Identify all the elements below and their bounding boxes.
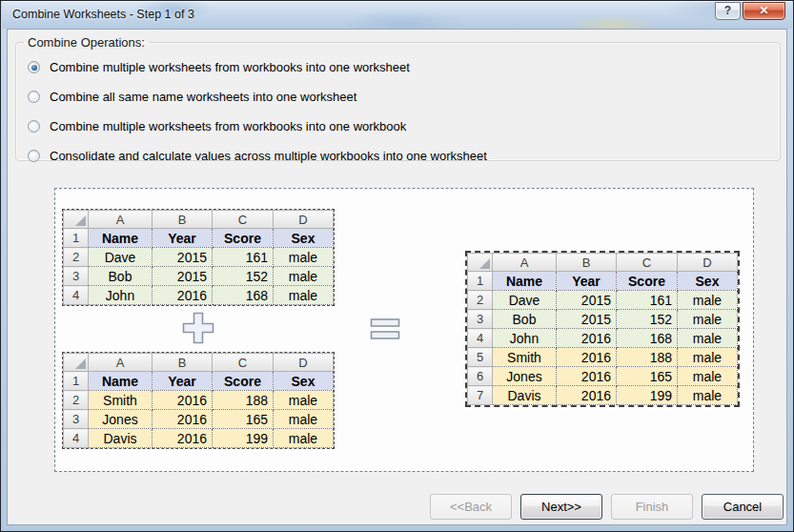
grid-corner-cell [64, 211, 89, 229]
data-cell: 2016 [557, 329, 617, 348]
cancel-button[interactable]: Cancel [702, 494, 784, 520]
data-cell: John [89, 286, 153, 305]
combine-operations-group: Combine Operations: Combine multiple wor… [15, 35, 781, 161]
row-header-cell: 5 [468, 348, 493, 367]
header-cell: Score [213, 372, 274, 391]
data-cell: 165 [617, 367, 678, 386]
dialog-button-row: <<BackNext>>FinishCancel [8, 494, 786, 522]
radio-option-4[interactable]: Consolidate and calculate values across … [28, 142, 780, 170]
data-cell: male [678, 386, 738, 405]
data-cell: 161 [617, 291, 678, 310]
data-cell: Davis [89, 429, 153, 448]
row-header-cell: 2 [468, 291, 493, 310]
window-title: Combine Worksheets - Step 1 of 3 [12, 1, 194, 29]
data-cell: Bob [89, 267, 153, 286]
radio-button-selected[interactable] [28, 61, 40, 73]
close-button[interactable]: ✕ [743, 2, 785, 20]
column-header-cell: C [213, 354, 274, 372]
row-header-cell: 3 [64, 267, 89, 286]
header-cell: Name [493, 272, 557, 291]
radio-button[interactable] [28, 91, 40, 103]
select-all-triangle-icon [75, 215, 86, 226]
data-cell: male [274, 410, 334, 429]
preview-panel: ABCD1NameYearScoreSex2Dave2015161male3Bo… [54, 188, 754, 472]
data-cell: Dave [493, 291, 557, 310]
result-table: ABCD1NameYearScoreSex2Dave2015161male3Bo… [465, 251, 740, 407]
data-cell: 168 [617, 329, 678, 348]
next-button[interactable]: Next>> [520, 494, 602, 520]
data-cell: 2016 [153, 429, 213, 448]
radio-option-3[interactable]: Combine multiple worksheets from workboo… [28, 113, 780, 140]
radio-option-1[interactable]: Combine multiple worksheets from workboo… [28, 53, 780, 81]
header-cell: Name [89, 229, 153, 248]
column-header-cell: D [274, 354, 334, 372]
data-cell: 2016 [153, 410, 213, 429]
data-cell: 199 [617, 386, 678, 405]
data-cell: Smith [89, 391, 153, 410]
data-cell: 152 [213, 267, 274, 286]
row-header-cell: 4 [64, 429, 89, 448]
close-icon: ✕ [743, 3, 784, 19]
data-cell: male [678, 329, 738, 348]
row-header-cell: 2 [64, 391, 89, 410]
data-cell: 2015 [153, 267, 213, 286]
column-header-cell: B [153, 211, 213, 229]
row-header-cell: 4 [64, 286, 89, 305]
data-cell: male [274, 429, 334, 448]
row-header-cell: 3 [64, 410, 89, 429]
radio-label: Combine multiple worksheets from workboo… [50, 119, 406, 133]
row-header-cell: 1 [64, 372, 89, 391]
column-header-cell: B [153, 354, 213, 372]
column-header-cell: C [617, 254, 678, 272]
column-header-cell: A [89, 354, 153, 372]
row-header-cell: 1 [64, 229, 89, 248]
title-bar[interactable]: Combine Worksheets - Step 1 of 3 ? ✕ [2, 1, 792, 29]
data-cell: male [274, 267, 334, 286]
row-header-cell: 1 [468, 272, 493, 291]
data-cell: male [274, 248, 334, 267]
select-all-triangle-icon [479, 258, 490, 269]
data-cell: 2015 [557, 310, 617, 329]
data-cell: 2016 [557, 386, 617, 405]
data-cell: 161 [213, 248, 274, 267]
data-cell: 168 [213, 286, 274, 305]
back-button: <<Back [430, 494, 512, 520]
data-cell: 2016 [557, 348, 617, 367]
row-header-cell: 2 [64, 248, 89, 267]
row-header-cell: 6 [468, 367, 493, 386]
radio-option-2[interactable]: Combine all same name worksheets into on… [28, 83, 780, 111]
data-cell: Smith [493, 348, 557, 367]
column-header-cell: A [493, 254, 557, 272]
column-header-cell: D [274, 211, 334, 229]
radio-button[interactable] [28, 150, 40, 162]
help-button[interactable]: ? [715, 2, 741, 20]
data-cell: 2016 [153, 391, 213, 410]
header-cell: Year [557, 272, 617, 291]
dialog-client-area: Combine Operations: Combine multiple wor… [7, 29, 787, 525]
row-header-cell: 3 [468, 310, 493, 329]
grid-corner-cell [64, 354, 89, 372]
select-all-triangle-icon [75, 358, 86, 369]
header-cell: Score [617, 272, 678, 291]
header-cell: Name [89, 372, 153, 391]
equals-icon [370, 317, 401, 340]
data-cell: 152 [617, 310, 678, 329]
grid-corner-cell [468, 254, 493, 272]
source-table-2: ABCD1NameYearScoreSex2Smith2016188male3J… [62, 352, 335, 449]
data-cell: male [678, 310, 738, 329]
column-header-cell: A [89, 211, 153, 229]
data-cell: 2016 [557, 367, 617, 386]
header-cell: Year [153, 372, 213, 391]
header-cell: Sex [274, 372, 334, 391]
data-cell: Jones [89, 410, 153, 429]
radio-button[interactable] [28, 120, 40, 133]
radio-label: Consolidate and calculate values across … [50, 149, 487, 163]
data-cell: 188 [617, 348, 678, 367]
row-header-cell: 4 [468, 329, 493, 348]
data-cell: Davis [493, 386, 557, 405]
row-header-cell: 7 [468, 386, 493, 405]
data-cell: 2015 [557, 291, 617, 310]
data-cell: male [678, 367, 738, 386]
column-header-cell: C [213, 211, 274, 229]
finish-button: Finish [611, 494, 693, 520]
